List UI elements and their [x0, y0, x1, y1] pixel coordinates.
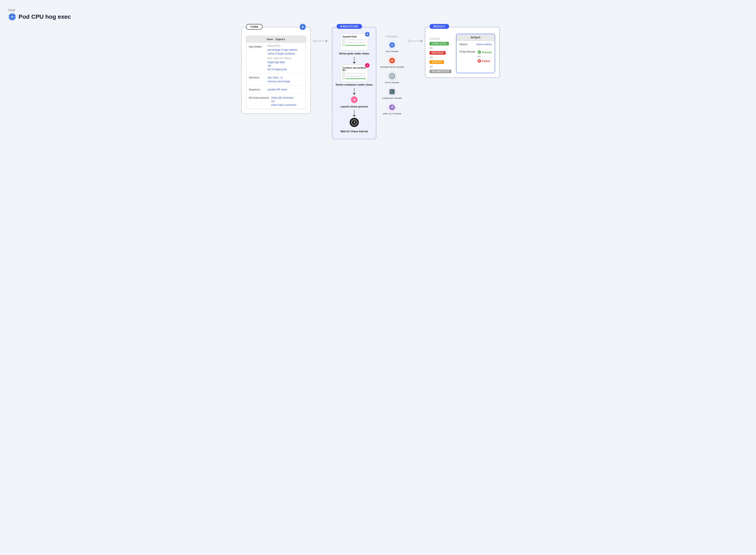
tune-helm-badge	[299, 24, 306, 30]
metrics-label: Metrics	[459, 43, 474, 46]
kill-command-link: chaos kill command	[271, 96, 303, 100]
step-3-group: ✦ Launch stress process	[340, 96, 368, 110]
helm-icon	[8, 13, 16, 20]
status-column: STATUS COMPLETED OR ERRORED OR QUEUED OR…	[430, 34, 453, 73]
result-label: RESULT	[430, 24, 449, 29]
svg-text:>_: >_	[390, 90, 393, 93]
badge-queued: QUEUED	[430, 60, 444, 64]
step1-title: Targeted Pods	[343, 36, 366, 38]
step-connector-2	[354, 88, 354, 92]
probes-label: PROBES	[380, 35, 404, 38]
tune-to-exec-arrow	[311, 40, 330, 42]
srm-probe-label: SRM SLO PROBE	[383, 113, 402, 115]
svg-point-39	[392, 45, 393, 45]
svg-point-36	[354, 122, 354, 123]
page-title: Pod CPU hog exec	[8, 13, 748, 20]
command-probe-icon: >_	[388, 87, 397, 96]
step-1-group: Targeted Pods Derive pods under chaos	[339, 34, 369, 57]
step-4-group: Wait for Chaos Interval	[341, 118, 368, 135]
failed-text: Failed	[478, 59, 492, 63]
user-inputs-header: User Inputs	[246, 36, 306, 43]
step1-helm-icon	[365, 32, 370, 37]
or-text-1: OR	[268, 65, 303, 67]
probe-results-row: Probe Results Passed OR	[456, 48, 495, 65]
target-pods-link: list of target pods	[268, 68, 303, 71]
or-1: OR	[430, 47, 453, 49]
app-details-content: REQUIRED percentage of app replicas name…	[268, 45, 303, 71]
output-box: Output Metrics chaos metrics Probe Resul…	[456, 34, 495, 73]
kill-chaos-content: chaos kill command OR chaos inject comma…	[271, 96, 303, 107]
execution-label: EXECUTION	[337, 24, 362, 29]
stress-icon: ✦	[350, 96, 358, 103]
command-probe-label: COMMAND PROBE	[382, 97, 402, 99]
k8s-probe-label: K8S PROBE	[386, 50, 399, 52]
step-connector-1	[354, 57, 354, 61]
target-label-link: target app label	[268, 60, 303, 64]
percentage-link: percentage of app replicas	[268, 48, 303, 52]
kill-chaos-row: Kill chaos process chaos kill command OR…	[246, 94, 306, 109]
svg-text:⚡: ⚡	[366, 64, 369, 67]
step-1-card: Targeted Pods	[341, 34, 368, 50]
passed-text: Passed	[478, 50, 492, 54]
k8s-probe-icon	[388, 40, 397, 50]
stressors-content: cpu cores , io memory percentage	[268, 76, 303, 83]
step1-lines	[343, 39, 366, 46]
svg-point-61	[392, 107, 393, 108]
svg-point-62	[478, 50, 481, 54]
step-2-group: ⚡ Container and sandbox IDs Derive conta…	[336, 65, 372, 88]
sequence-label: Sequence	[249, 88, 266, 91]
probes-section: PROBES	[379, 27, 406, 117]
prometheus-probe-label: PROMETHEUS PROBE	[380, 66, 404, 68]
step-connector-3	[354, 110, 354, 114]
inject-command-link: chaos inject command	[271, 103, 303, 107]
http-probe-label: HTTP PROBE	[385, 82, 399, 84]
metrics-row: Metrics chaos metrics	[456, 41, 495, 48]
step3-label: Launch stress process	[340, 105, 368, 108]
status-badges: COMPLETED OR ERRORED OR QUEUED OR INCOMP…	[430, 42, 453, 73]
srm-probe-item: SRM SLO PROBE	[383, 102, 402, 115]
app-details-row: App Details REQUIRED percentage of app r…	[246, 43, 306, 74]
metrics-value: chaos metrics	[476, 43, 492, 46]
page-header: Fault Pod CPU hog exec	[8, 8, 748, 20]
cpu-cores-link: cpu cores , io	[268, 76, 303, 80]
prometheus-probe-icon	[388, 56, 397, 65]
title-text: Pod CPU hog exec	[18, 13, 71, 20]
output-header: Output	[456, 34, 495, 41]
svg-point-24	[367, 34, 367, 35]
step-arrow-1	[353, 62, 356, 64]
container-link: name of target container	[268, 52, 303, 55]
srm-probe-icon	[388, 102, 397, 112]
failed-icon	[478, 59, 481, 63]
step2-label: Derive containers under chaos	[336, 83, 372, 86]
tune-label: TUNE	[246, 24, 263, 30]
probe-or-text: OR	[478, 55, 492, 58]
or-2: OR	[430, 56, 453, 59]
http-probe-icon	[388, 72, 397, 81]
required-tag: REQUIRED	[268, 45, 303, 47]
stressors-row: Stressors cpu cores , io memory percenta…	[246, 74, 306, 86]
any-one-tag: ANY ONE OF THESE	[268, 57, 303, 59]
svg-point-2	[12, 16, 13, 17]
k8s-probe-item: K8S PROBE	[386, 40, 399, 52]
command-probe-item: >_ COMMAND PROBE	[382, 87, 402, 99]
tune-section: TUNE User Inputs App Details REQUIRED	[241, 27, 311, 114]
probe-items: K8S PROBE PROMETHEUS PROBE	[380, 40, 404, 115]
exec-steps: Targeted Pods Derive pods under chaos	[336, 32, 372, 135]
or-3: OR	[430, 66, 453, 68]
svg-point-13	[302, 27, 303, 27]
step2-lines	[343, 72, 366, 80]
step2-title: Container and sandbox IDs	[343, 67, 366, 71]
stressors-label: Stressors	[249, 76, 266, 79]
step1-label: Derive pods under chaos	[339, 52, 369, 55]
kill-chaos-label: Kill chaos process	[249, 96, 269, 99]
diagram-container: TUNE User Inputs App Details REQUIRED	[241, 27, 515, 139]
step-2-card: ⚡ Container and sandbox IDs	[341, 65, 368, 82]
probes-to-result-arrow	[406, 40, 425, 42]
or-text-2: OR	[271, 100, 303, 102]
probe-results-label: Probe Results	[459, 50, 475, 53]
user-inputs-box: User Inputs App Details REQUIRED percent…	[246, 36, 306, 109]
prometheus-probe-item: PROMETHEUS PROBE	[380, 56, 404, 68]
step-arrow-2	[353, 93, 356, 95]
badge-completed: COMPLETED	[430, 42, 449, 45]
result-inner: STATUS COMPLETED OR ERRORED OR QUEUED OR…	[430, 34, 495, 73]
